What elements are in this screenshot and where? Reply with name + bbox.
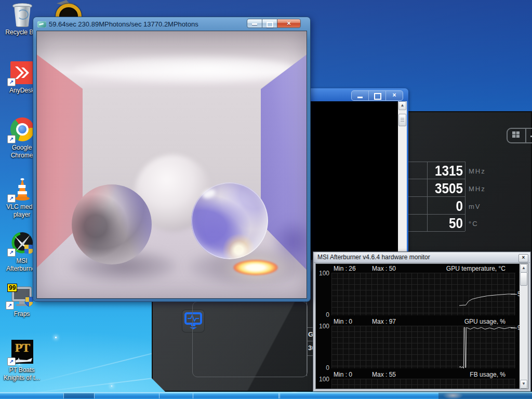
hardware-monitor-title-bar[interactable]: MSI Afterburner v4.6.4 hardware monitor … <box>314 252 530 263</box>
scrollbar-grip <box>401 118 404 122</box>
shortcut-arrow-icon: ↗ <box>7 357 16 366</box>
partial-game-icon[interactable] <box>49 0 83 17</box>
pt-monogram: PT <box>11 340 33 355</box>
taskbar[interactable] <box>0 392 532 399</box>
render-close-button[interactable]: × <box>277 19 301 28</box>
shortcut-arrow-icon: ↗ <box>7 248 16 257</box>
maximize-icon <box>267 22 273 28</box>
scroll-down-button[interactable]: ▼ <box>520 380 527 389</box>
recycle-bin-icon <box>9 2 35 27</box>
render-window[interactable]: 59.64sec 230.89MPhotons/sec 13770.2MPhot… <box>33 17 310 301</box>
close-icon: × <box>522 255 525 260</box>
windows-logo-button[interactable] <box>508 129 526 142</box>
icon-label: MSI <box>16 257 27 264</box>
graph-min-label: Min : 26 <box>334 265 356 272</box>
shortcut-arrow-icon: ↗ <box>7 194 16 203</box>
render-maximize-button[interactable] <box>262 19 277 28</box>
icon-label: Chrome <box>11 152 33 159</box>
icon-label: PT Boats <box>9 366 34 374</box>
graph-max-label: Max : 97 <box>372 318 396 325</box>
close-icon: × <box>392 91 396 99</box>
taskbar-separator <box>278 393 280 398</box>
taskbar-tray-area[interactable] <box>438 393 532 399</box>
graph-plot <box>331 379 515 389</box>
hardware-monitor-title: MSI Afterburner v4.6.4 hardware monitor <box>317 254 430 261</box>
render-viewport <box>37 31 307 298</box>
gold-ring-icon <box>56 4 82 17</box>
icon-label: player <box>14 211 31 218</box>
y-axis-bottom: 0 <box>316 364 329 371</box>
scrollbar-thumb[interactable] <box>520 272 527 286</box>
taskbar-button[interactable] <box>63 393 95 398</box>
graph-name-label: GPU usage, % <box>464 318 506 325</box>
graph-name-label: FB usage, % <box>470 371 506 378</box>
graph-name-label: GPU temperature, °C <box>446 265 506 272</box>
msi-afterburner-icon: ↗ <box>9 231 35 256</box>
close-icon: × <box>277 19 300 28</box>
icon-label: Fraps <box>0 310 44 318</box>
y-axis-bottom: 0 <box>316 311 329 318</box>
fraps-99-badge: 99 <box>7 284 17 292</box>
temperature-unit: °C <box>469 220 478 228</box>
afterburner-minimize-button[interactable] <box>526 129 532 142</box>
gpu-usage-graph: Min : 0 Max : 97 GPU usage, % 100 0 96 <box>316 318 519 370</box>
anydesk-icon: ↗ <box>9 60 35 85</box>
icon-label: Knights of t... <box>4 374 40 381</box>
minimize-icon <box>357 97 363 98</box>
render-window-title: 59.64sec 230.89MPhotons/sec 13770.2MPhot… <box>49 20 237 30</box>
graph-max-label: Max : 55 <box>372 371 396 378</box>
icon-label: Google <box>12 144 32 151</box>
graph-min-label: Min : 0 <box>334 371 352 378</box>
y-axis-top: 100 <box>316 376 329 383</box>
wallpaper-sparkle <box>55 337 57 338</box>
scene-vignette <box>37 31 307 298</box>
y-axis-top: 100 <box>316 323 329 330</box>
hardware-monitor-close-button[interactable]: × <box>518 254 528 262</box>
console-scrollbar[interactable]: ▲ <box>398 101 407 260</box>
shortcut-arrow-icon: ↗ <box>7 135 16 143</box>
scrollbar-thumb[interactable] <box>398 114 406 126</box>
fb-usage-graph: Min : 0 Max : 55 FB usage, % 100 <box>316 371 519 389</box>
icon-label: Afterburner <box>6 265 37 272</box>
hardware-monitor-window[interactable]: MSI Afterburner v4.6.4 hardware monitor … <box>313 251 531 392</box>
console-close-button[interactable]: × <box>386 91 403 100</box>
shortcut-arrow-icon: ↗ <box>6 301 14 310</box>
gpu-temperature-graph: Min : 26 Max : 50 GPU temperature, °C 10… <box>316 265 519 317</box>
info-grid-line <box>307 301 307 376</box>
wallpaper-sparkle <box>111 385 112 387</box>
graph-min-label: Min : 0 <box>334 318 352 325</box>
shortcut-arrow-icon: ↗ <box>7 78 16 86</box>
voltage-unit: mV <box>469 203 481 210</box>
render-window-buttons: × <box>247 19 301 28</box>
memory-clock-unit: MHz <box>469 185 486 193</box>
console-window-buttons: × <box>351 90 403 101</box>
core-clock-unit: MHz <box>469 167 486 175</box>
graph-plot <box>331 326 515 368</box>
desktop-icon-pt-boats[interactable]: PT ↗ PT Boats Knights of t... <box>0 340 44 382</box>
afterburner-fan-panel <box>192 301 308 377</box>
console-minimize-button[interactable] <box>352 91 369 100</box>
graph-max-label: Max : 50 <box>372 265 396 272</box>
readout-grid-line <box>465 162 466 231</box>
scroll-up-button[interactable]: ▲ <box>398 101 406 110</box>
icon-label: VLC media <box>6 203 37 210</box>
minimize-icon <box>252 23 257 25</box>
hardware-monitor-scrollbar[interactable]: ▲ ▼ <box>520 264 528 389</box>
render-app-icon <box>37 21 46 28</box>
fraps-icon: 99 ↗ <box>7 284 36 309</box>
console-maximize-button[interactable] <box>369 91 386 100</box>
maximize-icon <box>374 93 381 100</box>
scroll-up-button[interactable]: ▲ <box>520 264 527 273</box>
pt-boats-icon: PT ↗ <box>9 340 35 365</box>
y-axis-top: 100 <box>316 270 329 277</box>
afterburner-window-buttons <box>507 128 532 143</box>
graph-plot <box>331 273 515 315</box>
chrome-icon: ↗ <box>9 117 35 142</box>
taskbar-button[interactable] <box>159 393 193 398</box>
hardware-monitor-graph-area: Min : 26 Max : 50 GPU temperature, °C 10… <box>315 263 528 389</box>
render-minimize-button[interactable] <box>247 19 262 28</box>
vlc-icon: ↗ <box>9 177 35 202</box>
